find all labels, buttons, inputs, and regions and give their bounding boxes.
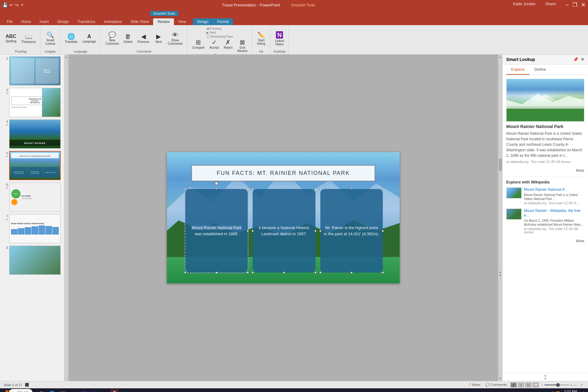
box3-handle-bm[interactable] [351,272,352,273]
tab-file[interactable]: File [2,18,17,25]
tab-home[interactable]: Home [17,18,35,25]
selection-handle-bm[interactable] [216,272,217,273]
outline-view-button[interactable]: ≡ [518,383,524,387]
more-link-1[interactable]: More [506,167,584,174]
cortana-icon[interactable]: 🎙 [27,389,36,392]
box2-handle-mr[interactable] [315,230,316,232]
slide-thumb-6[interactable]: 6 ★ TRAIL DAY HIKING trail information..… [1,182,63,212]
previous-compare-button[interactable]: ◀ Previous [206,27,233,30]
outlook-taskbar[interactable]: ✉ [100,389,108,392]
zoom-minus[interactable]: − [541,383,543,387]
reviewing-pane-button[interactable]: 📋 Reviewing Pane [206,35,233,38]
slide-title-box[interactable]: FUN FACTS: MT. RAINIER NATIONAL PARK [191,165,375,181]
panel-scroll[interactable]: ▲ ▼ [503,373,588,381]
notes-button[interactable]: 📝 Notes [465,383,482,387]
zoom-track[interactable] [545,384,569,386]
box3-handle-ml[interactable] [319,230,321,232]
box2-handle-br[interactable] [315,272,316,273]
slide-thumb-4[interactable]: 4 ★ MOUNT RAINIER [1,119,63,149]
tab-transitions[interactable]: Transitions [73,18,100,25]
undo-icon[interactable]: ↩ [9,2,13,7]
selection-handle-br[interactable] [247,272,249,273]
panel-scroll-down[interactable]: ▼ [544,377,547,380]
onenote-taskbar[interactable]: N [89,389,98,392]
comments-button[interactable]: 💬 Comments [484,383,508,387]
box2-handle-bl[interactable] [252,272,254,273]
selection-handle-bl[interactable] [184,272,186,273]
explore-item-2[interactable]: Mount Rainier - Wikipedia, the free e...… [506,209,584,234]
zoom-collapse-down[interactable]: ▼ [499,274,502,277]
box3-handle-mr[interactable] [382,230,384,232]
powerpoint-taskbar[interactable]: P [110,389,119,392]
box3-handle-tl[interactable] [319,188,321,190]
redo-icon[interactable]: ↪ [15,2,19,7]
smartart-box-2[interactable]: It became a National Historic Landmark d… [253,189,315,273]
close-button[interactable]: ✕ [581,2,586,8]
tab-insert[interactable]: Insert [35,18,53,25]
box2-handle-tr[interactable] [315,188,316,190]
explorer-taskbar[interactable]: 📁 [58,389,67,392]
normal-view-button[interactable]: ⊞ [511,383,517,387]
smartart-box-3[interactable]: Mt. Rainer is the highest point in the p… [320,189,383,273]
fit-slide-button[interactable]: ⤢ [579,383,584,387]
reject-button[interactable]: ✗ Reject [222,38,234,50]
selection-handle-tr[interactable] [247,188,249,190]
vertical-scrollbar-left[interactable]: ▲ [64,55,69,381]
restore-button[interactable]: ❐ [572,2,577,8]
selection-handle-tl[interactable] [184,188,186,190]
end-review-button[interactable]: ⊠ EndReview [236,38,249,54]
slide-thumb-2[interactable]: 2 MountRainier [1,56,63,86]
box2-handle-tl[interactable] [252,188,254,190]
task-view-button[interactable]: ⧉ [37,389,46,392]
tab-slideshow[interactable]: Slide Show [126,18,153,25]
box3-handle-tr[interactable] [382,188,384,190]
excel-taskbar[interactable]: X [121,389,129,392]
clock[interactable]: 5:57 PM 8/10/2015 [563,390,578,392]
word-taskbar[interactable]: W [79,389,88,392]
zoom-handle[interactable] [556,383,560,387]
zoom-collapse-up[interactable]: ▲ [499,271,502,273]
accept-button[interactable]: ✓ Accept [208,38,221,50]
slide-show-icon[interactable]: ⬛ [25,383,29,387]
user-name[interactable]: Katie Jordan [513,2,535,8]
slide-canvas[interactable]: FUN FACTS: MT. RAINIER NATIONAL PARK Mou… [167,152,400,283]
previous-comment-button[interactable]: ◀ Previous [136,32,151,44]
reading-view-button[interactable]: 📖 [533,383,539,387]
tab-format-smartart[interactable]: Format [213,18,233,25]
smartart-tools-context-tab[interactable]: SmartArt Tools [150,11,178,16]
spelling-button[interactable]: ABC Spelling [4,33,18,44]
box2-handle-bm[interactable] [283,272,285,273]
tab-animations[interactable]: Animations [100,18,126,25]
compare-button[interactable]: ⊞ Compare [190,38,206,50]
tab-view[interactable]: View [174,18,190,25]
linked-notes-button[interactable]: N LinkedNotes [273,30,286,47]
more-link-2[interactable]: More [506,238,584,244]
smart-lookup-button[interactable]: 🔍 SmartLookup [43,31,57,46]
slide-thumb-7[interactable]: 7 ★ MOUNT RAINIER AVERAGE TEMPERATURES [1,213,63,244]
zoom-plus[interactable]: + [570,383,572,387]
edge-taskbar[interactable]: 🌐 [48,389,56,392]
onedrive-taskbar[interactable]: ☁ [69,389,77,392]
tab-design-smartart[interactable]: Design [193,18,213,25]
selection-handle-mr[interactable] [247,230,249,232]
show-comments-button[interactable]: 👁 ShowComments [166,31,184,46]
translate-button[interactable]: 🌐 Translate [63,32,79,44]
search-taskbar[interactable]: 🔍 Ask me anything [17,389,25,392]
tab-explore[interactable]: Explore [506,65,530,75]
slide-thumb-3[interactable]: 3 ★ WEEKEND ORHOLIDAYGETAWAYS Lorem ipsu… [1,87,63,118]
box3-handle-bl[interactable] [319,272,321,273]
share-button[interactable]: Share [545,2,556,8]
language-button[interactable]: A Language [81,33,98,44]
new-comment-button[interactable]: 💬 NewComment [104,31,120,46]
slide-sorter-button[interactable]: ⊟ [525,383,531,387]
tab-define[interactable]: Define [530,65,551,75]
tab-review[interactable]: Review [153,18,174,25]
next-comment-button[interactable]: ▶ Next [153,32,165,44]
thesaurus-button[interactable]: 📖 Thesaurus [20,32,38,44]
start-inking-button[interactable]: ✏️ StartInking [255,31,267,46]
panel-scroll-up[interactable]: ▲ [544,374,547,377]
slide-thumb-8[interactable]: 8 [1,245,63,275]
tab-design[interactable]: Design [53,18,73,25]
box2-handle-ml[interactable] [252,230,254,232]
delete-comment-button[interactable]: 🗑 Delete [122,32,134,44]
